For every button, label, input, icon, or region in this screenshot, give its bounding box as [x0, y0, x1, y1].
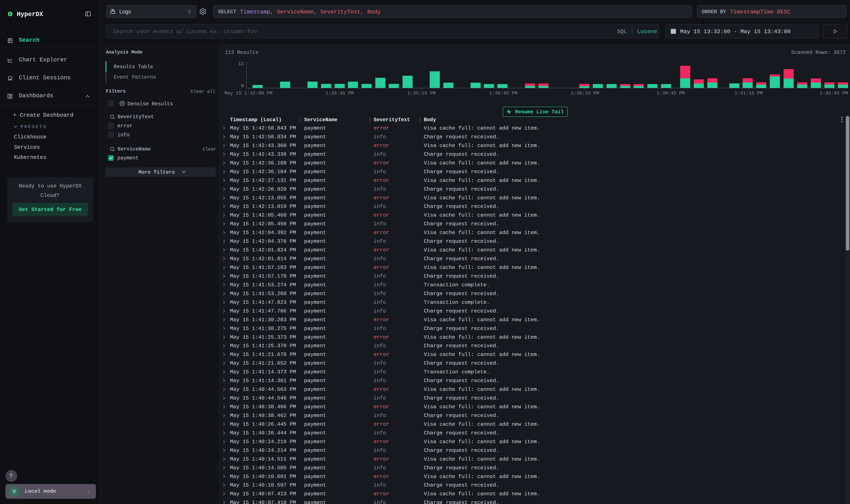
svg-text:1:39:45 PM: 1:39:45 PM	[656, 91, 685, 96]
svg-text:1:42:45 PM: 1:42:45 PM	[820, 91, 848, 96]
svg-text:12: 12	[238, 61, 244, 67]
svg-text:1:35:15 PM: 1:35:15 PM	[408, 91, 436, 96]
svg-text:1:33:45 PM: 1:33:45 PM	[325, 91, 354, 96]
svg-text:1:36:45 PM: 1:36:45 PM	[489, 91, 518, 96]
svg-text:May 15 1:32:00 PM: May 15 1:32:00 PM	[224, 91, 272, 96]
svg-text:0: 0	[241, 83, 244, 89]
svg-text:1:38:15 PM: 1:38:15 PM	[571, 91, 599, 96]
svg-text:1:41:15 PM: 1:41:15 PM	[735, 91, 763, 96]
